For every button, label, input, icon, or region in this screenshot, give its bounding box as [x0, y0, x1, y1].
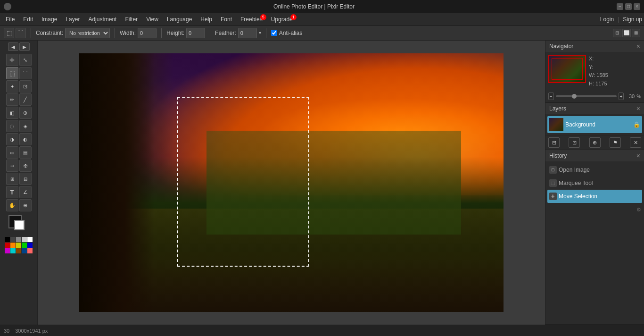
layer-mask-button[interactable]: ⊡ [569, 137, 580, 148]
menu-image[interactable]: Image [38, 15, 61, 24]
hand-tool[interactable]: ✋ [6, 199, 18, 211]
login-button[interactable]: Login [600, 16, 614, 23]
color-swatch-light[interactable] [22, 237, 27, 242]
color-swatch-dark[interactable] [10, 237, 16, 242]
zoom-in-button[interactable]: + [619, 92, 624, 100]
layer-name: Background [565, 121, 631, 128]
zoom-tool[interactable]: ⊕ [19, 199, 32, 211]
menu-view[interactable]: View [142, 15, 162, 24]
nav-y: Y: [589, 63, 608, 72]
brush-tool[interactable]: ✏ [6, 93, 18, 106]
toolbar-separator-3 [161, 28, 162, 38]
navigator-content: X: Y: W: 1585 H: 1175 [545, 52, 644, 91]
view-option-2[interactable]: ⬜ [622, 29, 631, 37]
selection-tool-2[interactable]: ⊞ [6, 173, 18, 185]
color-swatch-pink[interactable] [27, 248, 33, 253]
menu-freebies[interactable]: Freebies 5 [237, 15, 266, 24]
height-control: Height: [166, 28, 205, 38]
background-color[interactable] [14, 220, 25, 230]
history-item-open-image[interactable]: ⊡ Open Image [547, 163, 642, 176]
eraser-tool[interactable]: ◧ [6, 107, 18, 119]
canvas-image[interactable] [79, 53, 504, 312]
layer-blend-button[interactable]: ⊟ [548, 137, 560, 148]
menu-layer[interactable]: Layer [62, 15, 83, 24]
color-swatch-orange[interactable] [10, 243, 16, 248]
red-eye-tool[interactable]: ◑ [6, 133, 18, 145]
layers-close[interactable]: × [636, 105, 640, 112]
photo-layer [79, 53, 504, 312]
healing-tool[interactable]: ✠ [19, 160, 32, 172]
stamp-tool[interactable]: ⊕ [19, 107, 32, 119]
constraint-select[interactable]: No restriction [65, 28, 110, 38]
layer-adjustment-button[interactable]: ⊕ [589, 137, 601, 148]
color-swatch-black[interactable] [5, 237, 10, 242]
zoom-out-button[interactable]: − [548, 92, 554, 100]
canvas-area[interactable] [38, 41, 545, 325]
menu-language[interactable]: Language [163, 15, 196, 24]
magic-wand-tool[interactable]: ✦ [6, 80, 18, 92]
layer-delete-button[interactable]: ✕ [630, 137, 641, 148]
eyedropper-tool[interactable]: ⊸ [6, 160, 18, 172]
menu-font[interactable]: Font [217, 15, 236, 24]
menu-file[interactable]: File [2, 15, 18, 24]
menu-help[interactable]: Help [197, 15, 216, 24]
free-select-icon[interactable]: ⌒ [16, 28, 26, 38]
history-item-marquee-tool[interactable]: ⬚ Marquee Tool [547, 176, 642, 190]
color-swatch-green[interactable] [22, 243, 27, 248]
smudge-tool[interactable]: ◐ [19, 133, 32, 145]
color-swatch-yellow[interactable] [16, 243, 21, 248]
crop-tool[interactable]: ⊡ [19, 80, 32, 92]
blur-tool[interactable]: ◌ [6, 120, 18, 132]
navigator-close[interactable]: × [636, 42, 640, 50]
signup-button[interactable]: Sign up [623, 16, 642, 23]
history-close[interactable]: × [636, 152, 640, 160]
menu-upgrade[interactable]: Upgrade 1 [267, 15, 297, 24]
menu-edit[interactable]: Edit [19, 15, 37, 24]
feather-dropdown-icon[interactable]: ▾ [259, 30, 261, 35]
color-swatch-brown[interactable] [16, 248, 21, 253]
color-swatch-purple[interactable] [5, 248, 10, 253]
layer-item-background[interactable]: Background 🔒 [547, 116, 642, 133]
window-title: Online Photo Editor | Pixlr Editor [11, 3, 617, 10]
tool-row-11: T ∠ [6, 186, 32, 198]
gradient-tool[interactable]: ▤ [19, 146, 32, 159]
color-swatch-cyan[interactable] [10, 248, 16, 253]
color-swatch-teal[interactable] [22, 248, 27, 253]
antialias-control[interactable]: Anti-alias [271, 30, 302, 36]
pencil-tool[interactable]: ╱ [19, 93, 32, 106]
layer-new-button[interactable]: ⚑ [610, 137, 621, 148]
toolbar-left-arrow[interactable]: ◀ [8, 42, 18, 51]
wand-tool-2[interactable]: ⊟ [19, 173, 32, 185]
move-tool[interactable]: ✛ [6, 54, 18, 66]
maximize-button[interactable]: □ [625, 3, 632, 10]
color-swatch-blue[interactable] [27, 243, 33, 248]
zoom-slider[interactable] [556, 95, 617, 97]
lasso-tool[interactable]: ⌒ [19, 67, 32, 79]
color-swatch-white[interactable] [27, 237, 33, 242]
view-option-1[interactable]: ⊟ [613, 29, 621, 37]
view-option-3[interactable]: ⊠ [632, 29, 640, 37]
width-input[interactable] [138, 28, 157, 38]
color-swatch-red[interactable] [5, 243, 10, 248]
antialias-checkbox[interactable] [271, 30, 277, 36]
menu-filter[interactable]: Filter [121, 15, 141, 24]
navigator-thumbnail[interactable] [548, 55, 586, 83]
dodge-tool[interactable]: ◈ [19, 120, 32, 132]
bucket-tool[interactable]: ▭ [6, 146, 18, 159]
marquee-tool[interactable]: ⬚ [6, 67, 18, 79]
rect-select-icon[interactable]: ⬚ [4, 28, 14, 38]
toolbar-right-arrow[interactable]: ▶ [19, 42, 30, 51]
history-item-move-selection[interactable]: ✛ Move Selection [547, 190, 642, 203]
feather-input[interactable] [238, 28, 257, 38]
menu-adjustment[interactable]: Adjustment [84, 15, 120, 24]
close-button[interactable]: × [634, 3, 640, 10]
history-header: History × [545, 150, 644, 161]
text-tool[interactable]: T [6, 186, 18, 198]
transform-tool[interactable]: ⤡ [19, 54, 32, 66]
minimize-button[interactable]: − [617, 3, 623, 10]
layer-tools: ⊟ ⊡ ⊕ ⚑ ✕ [545, 135, 644, 150]
panel-settings-icon[interactable]: ⚙ [636, 207, 641, 213]
pen-tool[interactable]: ∠ [19, 186, 32, 198]
color-swatch-gray[interactable] [16, 237, 21, 242]
height-input[interactable] [186, 28, 205, 38]
